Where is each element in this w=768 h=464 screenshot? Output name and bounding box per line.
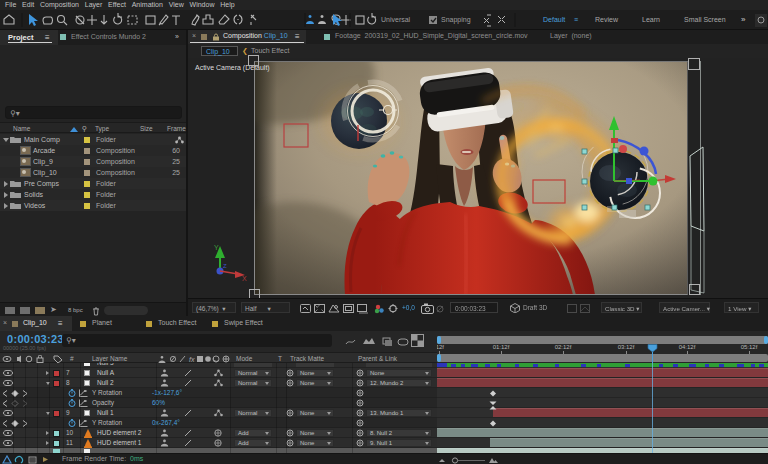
svg-text:Z: Z: [223, 263, 227, 269]
svg-text:X: X: [242, 275, 247, 282]
svg-text:fx: fx: [189, 356, 195, 363]
svg-text:Y: Y: [214, 244, 219, 251]
